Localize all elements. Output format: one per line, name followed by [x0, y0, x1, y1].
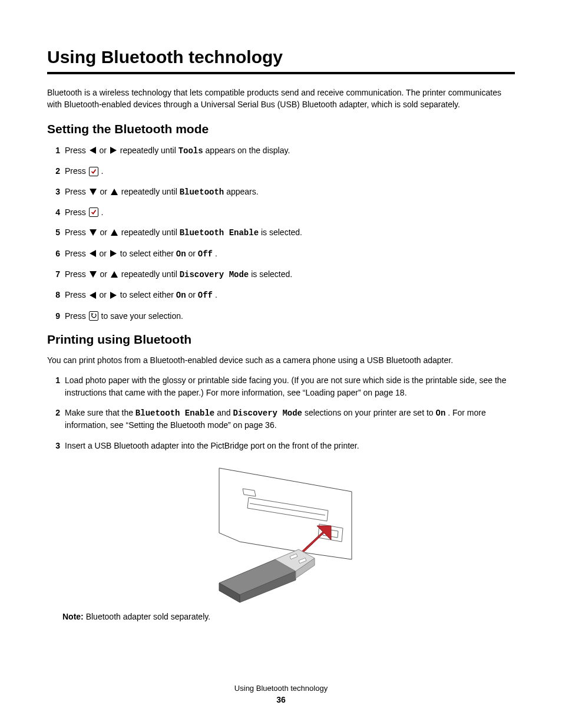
page-number: 36 [0, 695, 562, 704]
note-label: Note: [62, 612, 84, 621]
step-text: appears on the display. [206, 146, 290, 155]
display-text: Off [198, 249, 213, 259]
step-text: . [101, 166, 104, 176]
step-text: is selected. [261, 228, 302, 237]
setting-steps: 1 Press or repeatedly until Tools appear… [47, 144, 515, 322]
step-number: 1 [48, 374, 60, 386]
pstep-3: 3 Insert a USB Bluetooth adapter into th… [62, 440, 515, 452]
section-heading-setting: Setting the Bluetooth mode [47, 122, 515, 136]
step-1: 1 Press or repeatedly until Tools appear… [62, 144, 515, 157]
section-heading-printing: Printing using Bluetooth [47, 332, 515, 347]
pstep-2: 2 Make sure that the Bluetooth Enable an… [62, 407, 515, 431]
note-text: Bluetooth adapter sold separately. [84, 612, 210, 621]
step-text: Press [65, 228, 88, 237]
display-text: On [435, 409, 445, 418]
step-text: selections on your printer are set to [305, 408, 436, 417]
left-arrow-icon [90, 147, 96, 154]
display-text: Bluetooth [180, 187, 224, 197]
step-text: Insert a USB Bluetooth adapter into the … [65, 441, 359, 450]
step-text: repeatedly until [121, 187, 180, 196]
step-text: Make sure that the [65, 408, 135, 417]
step-text: or [100, 290, 109, 299]
right-arrow-icon [110, 147, 117, 154]
step-text: Press [65, 290, 88, 299]
display-text: On [176, 249, 186, 259]
left-arrow-icon [90, 250, 96, 257]
step-number: 7 [48, 268, 60, 280]
select-button-icon [89, 167, 98, 176]
down-arrow-icon [90, 189, 97, 195]
step-text: . [215, 290, 217, 299]
printing-steps: 1 Load photo paper with the glossy or pr… [47, 374, 515, 451]
display-text: Tools [178, 146, 203, 156]
step-number: 1 [48, 144, 60, 156]
step-4: 4 Press . [62, 206, 515, 218]
step-text: repeatedly until [121, 228, 180, 237]
display-text: Bluetooth Enable [180, 228, 259, 238]
display-text: Discovery Mode [180, 270, 249, 279]
down-arrow-icon [90, 229, 97, 236]
footer-caption: Using Bluetooth technology [0, 684, 562, 693]
step-8: 8 Press or to select either On or Off . [62, 289, 515, 301]
step-text: Press [65, 311, 88, 321]
step-5: 5 Press or repeatedly until Bluetooth En… [62, 226, 515, 239]
step-text: or [188, 249, 197, 258]
step-number: 8 [48, 289, 60, 301]
step-number: 9 [48, 310, 60, 322]
step-text: Press [65, 249, 88, 258]
page-title: Using Bluetooth technology [47, 47, 515, 67]
down-arrow-icon [90, 271, 97, 278]
step-6: 6 Press or to select either On or Off . [62, 248, 515, 260]
step-number: 3 [48, 440, 60, 452]
step-number: 4 [48, 206, 60, 218]
step-3: 3 Press or repeatedly until Bluetooth ap… [62, 186, 515, 198]
step-9: 9 Press to save your selection. [62, 310, 515, 322]
step-number: 2 [48, 165, 60, 177]
step-text: repeatedly until [121, 269, 180, 279]
step-text: to save your selection. [101, 311, 183, 321]
step-text: Press [65, 269, 88, 279]
step-text: and [217, 408, 233, 417]
step-number: 2 [48, 407, 60, 419]
document-page: Using Bluetooth technology Bluetooth is … [0, 0, 562, 728]
printing-intro: You can print photos from a Bluetooth-en… [47, 355, 515, 367]
step-text: Press [65, 207, 88, 217]
select-button-icon [89, 207, 98, 217]
step-2: 2 Press . [62, 165, 515, 177]
right-arrow-icon [110, 292, 117, 299]
page-footer: Using Bluetooth technology 36 [0, 684, 562, 704]
step-text: or [100, 187, 110, 196]
step-text: Load photo paper with the glossy or prin… [65, 375, 506, 397]
step-number: 3 [48, 186, 60, 197]
step-number: 5 [48, 226, 60, 238]
display-text: Bluetooth Enable [135, 409, 214, 418]
step-text: or [100, 249, 109, 258]
display-text: Off [198, 291, 213, 300]
step-text: Press [65, 146, 88, 155]
up-arrow-icon [111, 271, 118, 278]
note-line: Note: Bluetooth adapter sold separately. [62, 612, 515, 621]
step-text: or [100, 146, 109, 155]
step-text: Press [65, 166, 88, 176]
step-text: . [101, 207, 104, 217]
step-text: . [215, 249, 217, 258]
right-arrow-icon [110, 250, 117, 257]
intro-paragraph: Bluetooth is a wireless technology that … [47, 87, 515, 110]
step-text: or [188, 290, 197, 299]
up-arrow-icon [111, 229, 118, 236]
step-text: appears. [226, 187, 258, 196]
step-7: 7 Press or repeatedly until Discovery Mo… [62, 268, 515, 281]
display-text: On [176, 291, 186, 300]
title-rule [47, 72, 515, 74]
step-text: or [100, 269, 110, 279]
pstep-1: 1 Load photo paper with the glossy or pr… [62, 374, 515, 398]
display-text: Discovery Mode [233, 409, 302, 418]
left-arrow-icon [90, 292, 96, 299]
step-text: is selected. [251, 269, 292, 279]
step-text: repeatedly until [120, 146, 178, 155]
printer-usb-illustration [207, 462, 355, 604]
step-text: to select either [120, 249, 176, 258]
up-arrow-icon [111, 189, 118, 195]
step-text: or [100, 228, 110, 237]
step-text: to select either [120, 290, 176, 299]
